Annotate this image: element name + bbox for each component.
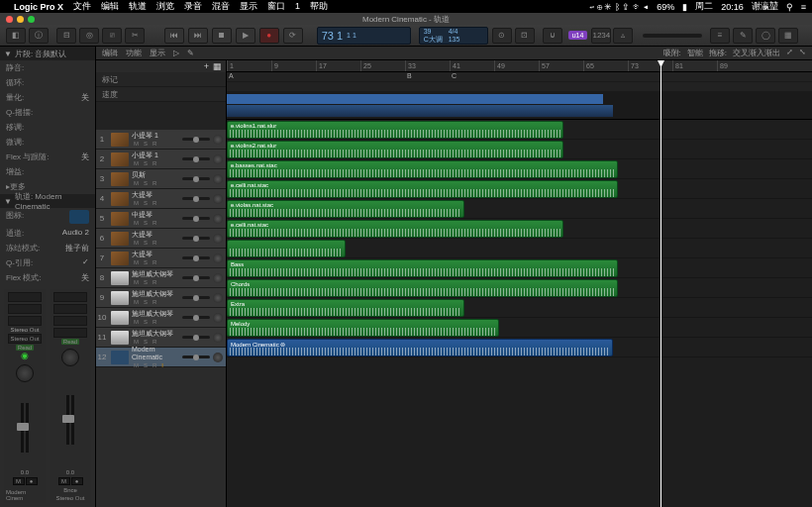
lcd-position[interactable]: 73 1 1 1 [317,27,411,45]
track-icon[interactable] [111,212,129,226]
track-lane[interactable] [227,239,812,258]
replace-button[interactable]: ⊙ [492,28,512,44]
s-button[interactable]: S [142,258,150,266]
track-name[interactable]: 贝斯 [132,171,179,179]
view-menu[interactable]: 显示 [150,48,165,58]
pan-knob[interactable] [213,313,223,323]
midi-region[interactable]: e.basses.nat.stac [227,160,618,178]
pan-knob[interactable] [213,135,223,145]
volume-slider[interactable] [182,138,210,141]
inspector-row[interactable]: Q-摇摆: [0,105,95,120]
drag-value[interactable]: 交叉渐入渐出 [733,48,780,58]
inspector-row[interactable]: 通道:Audio 2 [0,226,95,241]
s-button[interactable]: S [142,219,150,227]
library-button[interactable]: ◧ [6,28,26,44]
battery-percent[interactable]: 69% [657,2,674,12]
track-lane[interactable]: e.celli.nat.stac [227,179,812,199]
track-header[interactable]: 6大提琴MSR [96,229,226,249]
rewind-button[interactable]: ⏮ [164,28,184,44]
track-lane[interactable]: Chords [227,278,812,298]
s-button[interactable]: S [142,199,150,207]
track-icon[interactable] [111,291,129,305]
track-header[interactable]: 2小提琴 1MSR [96,150,226,169]
solo-button[interactable]: ● [26,477,38,485]
r-button[interactable]: R [151,338,158,346]
master-volume-slider[interactable] [643,34,702,38]
s-button[interactable]: S [142,361,150,369]
volume-fader[interactable] [66,395,69,445]
pan-knob[interactable] [213,154,223,164]
inspector-row[interactable]: 增益: [0,164,95,179]
tool-pencil-icon[interactable]: ✎ [187,49,194,57]
volume-slider[interactable] [182,237,210,240]
r-button[interactable]: R [151,258,158,266]
clock-time[interactable]: 20:16 [721,2,744,12]
menu-显示[interactable]: 显示 [240,1,257,11]
menu-帮助[interactable]: 帮助 [310,1,328,11]
m-button[interactable]: M [132,361,141,369]
m-button[interactable]: M [132,199,141,207]
midi-region[interactable]: Chords [227,279,618,297]
r-button[interactable]: R [151,199,158,207]
track-icon[interactable] [111,133,129,147]
s-button[interactable]: S [142,298,150,306]
key-command-preset[interactable]: u14 [568,31,588,40]
arrange-area[interactable]: 1917253341495765738189 ABC e.violins1.na… [227,60,812,507]
r-button[interactable]: R [151,219,158,227]
pan-knob[interactable] [213,273,223,283]
track-name[interactable]: 小提琴 1 [132,152,179,159]
metronome-button[interactable]: ▵ [613,28,633,44]
app-name[interactable]: Logic Pro X [14,2,63,12]
inspector-row[interactable]: 循环: [0,75,95,90]
edit-menu[interactable]: 编辑 [102,48,118,58]
notification-icon[interactable]: ≡ [801,2,806,12]
marker[interactable]: B [405,72,414,81]
output-slot[interactable]: Stereo Out [8,334,42,344]
input-button[interactable]: I [159,361,165,369]
r-button[interactable]: R [151,179,158,187]
track-name[interactable]: 施坦威大钢琴 [132,290,179,298]
bounce-button[interactable]: Bnce [63,487,77,493]
insert-slot[interactable] [53,316,87,326]
volume-slider[interactable] [182,296,210,299]
bar-ruler[interactable]: 1917253341495765738189 [227,60,812,72]
spotlight-icon[interactable]: ⚲ [786,2,793,12]
track-icon[interactable] [111,271,129,285]
pan-knob[interactable] [213,293,223,303]
m-button[interactable]: M [132,338,141,346]
pan-knob[interactable] [213,174,223,184]
m-button[interactable]: M [132,219,141,227]
r-button[interactable]: R [151,318,158,326]
inspector-row[interactable]: Flex 与跟随:关 [0,150,95,164]
volume-slider[interactable] [182,316,210,319]
inspector-row[interactable]: 静音: [0,60,95,75]
tuner-button[interactable]: ⊍ [543,28,562,44]
track-header[interactable]: 5中提琴MSR [96,209,226,229]
r-button[interactable]: R [151,361,158,369]
m-button[interactable]: M [132,179,141,187]
channel-strip[interactable]: Stereo OutStereo OutRead◉0.0M●Modern Cin… [4,289,46,503]
track-icon[interactable] [111,252,129,265]
track-name[interactable]: 中提琴 [132,211,179,219]
m-button[interactable]: M [132,318,141,326]
functions-menu[interactable]: 功能 [126,48,142,58]
insert-slot[interactable] [8,316,42,326]
track-header[interactable]: 12Modern CinematicMSRI [96,348,226,367]
inspector-row[interactable]: 微调: [0,135,95,150]
audio-region[interactable]: Modern Cinematic ⊚ [227,339,613,356]
r-button[interactable]: R [151,278,158,286]
playhead[interactable] [660,60,661,507]
midi-region[interactable]: e.violins1.nat.slur [227,121,563,139]
output-slot[interactable] [53,328,87,338]
track-name[interactable]: 施坦威大钢琴 [132,310,179,318]
track-icon[interactable] [69,210,89,224]
r-button[interactable]: R [151,298,158,306]
eq-slot[interactable] [53,304,87,314]
track-icon[interactable] [111,331,129,345]
pan-knob[interactable] [213,333,223,343]
track-icon[interactable] [111,192,129,206]
pan-knob[interactable] [16,364,34,382]
midi-region[interactable] [227,240,346,257]
play-button[interactable]: ▶ [236,28,255,44]
track-icon[interactable] [111,152,129,166]
